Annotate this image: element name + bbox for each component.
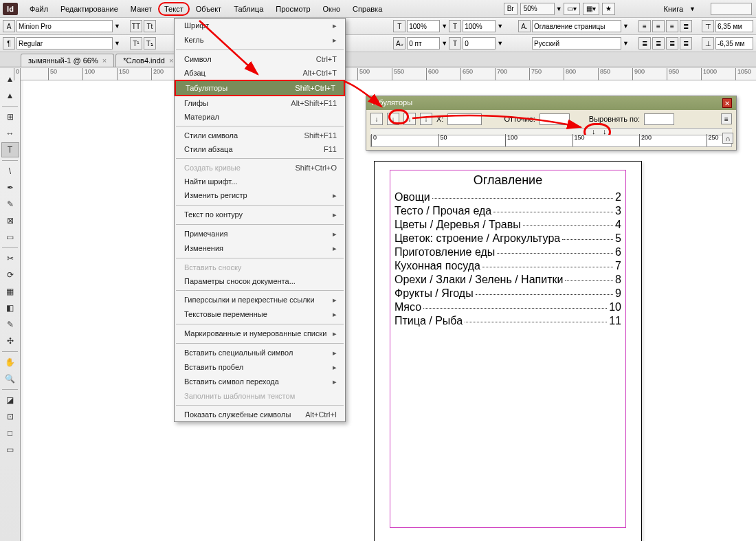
menu-item[interactable]: Вставить специальный символ — [175, 346, 345, 360]
format-container[interactable]: □ — [1, 426, 19, 441]
magnet-icon[interactable]: ∩ — [722, 133, 733, 144]
baseline-field[interactable] — [463, 37, 496, 49]
tabs-ruler[interactable]: ↓ ↓ 050100150200250 ∩ — [370, 128, 732, 147]
menu-текст[interactable]: Текст — [158, 2, 190, 16]
menu-макет[interactable]: Макет — [124, 2, 158, 16]
align-left-icon[interactable]: ≡ — [638, 20, 651, 32]
workspace-switcher[interactable]: Книга — [658, 2, 690, 16]
note-tool[interactable]: ✎ — [1, 317, 19, 332]
zoom-level[interactable]: 50% — [520, 3, 555, 15]
menu-item[interactable]: АбзацAlt+Ctrl+T — [175, 66, 345, 80]
gap-tool[interactable]: ↔ — [1, 126, 19, 141]
menu-item[interactable]: СимволCtrl+T — [175, 52, 345, 66]
menu-item[interactable]: Стили символаShift+F11 — [175, 129, 345, 142]
menu-item[interactable]: Гиперссылки и перекрестные ссылки — [175, 293, 345, 307]
jl-icon[interactable]: ≣ — [638, 37, 651, 49]
lang-field[interactable] — [532, 37, 621, 49]
tt-icon[interactable]: TT — [130, 20, 142, 32]
menu-окно[interactable]: Окно — [317, 2, 347, 16]
leader-field[interactable] — [540, 113, 570, 125]
menu-просмотр[interactable]: Просмотр — [269, 2, 316, 16]
menu-объект[interactable]: Объект — [190, 2, 227, 16]
default-fs[interactable]: ⊡ — [1, 409, 19, 424]
document-tab[interactable]: *Слов4.indd× — [115, 54, 181, 67]
menu-item[interactable]: Текстовые переменные — [175, 307, 345, 322]
pencil-tool[interactable]: ✎ — [1, 197, 19, 212]
scale-h-field[interactable] — [407, 20, 440, 32]
gradient-tool[interactable]: ▦ — [1, 284, 19, 299]
tt2-icon[interactable]: Tt — [144, 20, 156, 32]
tab-left-align-icon[interactable]: ↓ — [370, 113, 383, 125]
menu-редактирование[interactable]: Редактирование — [54, 2, 124, 16]
menu-item[interactable]: Изменения — [175, 241, 345, 256]
font-style-field[interactable] — [16, 37, 113, 49]
menu-item[interactable]: Изменить регистр — [175, 188, 345, 203]
rectangle-tool[interactable]: ▭ — [1, 230, 19, 245]
menu-item[interactable]: Текст по контуру — [175, 208, 345, 222]
bridge-icon[interactable]: Br — [504, 3, 518, 15]
fill-stroke[interactable]: ◪ — [1, 393, 19, 408]
line-tool[interactable]: \ — [1, 164, 19, 179]
tabs-panel[interactable]: Табуляторы ✕ ↓ ↓ ↓ ↓ X: Отточие: Выровня… — [366, 96, 737, 151]
x-field[interactable] — [447, 113, 482, 125]
type-tool[interactable]: T — [1, 142, 19, 157]
page-tool[interactable]: ⊞ — [1, 109, 19, 124]
text-frame[interactable]: Оглавление Овощи2Тесто / Прочая еда3Цвет… — [390, 170, 626, 528]
menu-файл[interactable]: Файл — [23, 2, 54, 16]
justify-icon[interactable]: ≣ — [680, 20, 692, 32]
transform-tool[interactable]: ⟳ — [1, 267, 19, 283]
tabs-panel-title[interactable]: Табуляторы ✕ — [366, 96, 736, 110]
align-right-icon[interactable]: ≡ — [666, 20, 678, 32]
supers-icon[interactable]: T¹ — [130, 37, 142, 49]
menu-item[interactable]: Маркированные и нумерованные списки — [175, 327, 345, 341]
view-mode[interactable]: ▭ — [1, 442, 19, 457]
menu-справка[interactable]: Справка — [346, 2, 388, 16]
scale-v-field[interactable] — [463, 20, 496, 32]
menu-item[interactable]: Параметры сносок документа... — [175, 274, 345, 288]
font-family-field[interactable] — [16, 20, 113, 32]
para-style-field[interactable] — [532, 20, 621, 32]
indent-top-field[interactable] — [715, 20, 753, 32]
kern-field[interactable] — [407, 37, 440, 49]
scissors-tool[interactable]: ✂ — [1, 251, 19, 266]
close-icon[interactable]: × — [102, 56, 107, 65]
search-input[interactable] — [711, 3, 752, 15]
eyedropper[interactable]: ✣ — [1, 333, 19, 349]
close-icon[interactable]: ✕ — [722, 98, 732, 108]
gradient-feather[interactable]: ◧ — [1, 300, 19, 316]
menu-таблица[interactable]: Таблица — [227, 2, 269, 16]
menu-item[interactable]: ГлифыAlt+Shift+F11 — [175, 96, 345, 110]
search-icon[interactable]: ★ — [602, 3, 615, 15]
direct-selection-tool[interactable]: ▲ — [1, 88, 19, 103]
menu-item[interactable]: Кегль — [175, 33, 345, 47]
menu-item[interactable]: ТабуляторыShift+Ctrl+T — [175, 80, 345, 96]
menu-item[interactable]: Примечания — [175, 227, 345, 241]
jc-icon[interactable]: ≣ — [652, 37, 665, 49]
char-format-icon[interactable]: A — [3, 20, 15, 32]
align-center-icon[interactable]: ≡ — [652, 20, 665, 32]
document-tab[interactable]: зымянный-1 @ 66%× — [21, 54, 114, 67]
menu-item[interactable]: Вставить пробел — [175, 360, 345, 375]
align-field[interactable] — [644, 113, 674, 125]
panel-menu-icon[interactable]: ≡ — [721, 113, 732, 124]
menu-item[interactable]: Показать служебные символыAlt+Ctrl+I — [175, 408, 345, 421]
hand-tool[interactable]: ✋ — [1, 355, 19, 370]
screen-mode-icon[interactable]: ▭▾ — [564, 3, 580, 15]
indent-bot-field[interactable] — [715, 37, 753, 49]
arrange-icon[interactable]: ▦▾ — [583, 3, 599, 15]
jr-icon[interactable]: ≣ — [666, 37, 678, 49]
zoom-tool[interactable]: 🔍 — [1, 371, 19, 386]
baseline-icon: T — [449, 37, 461, 49]
menu-item[interactable]: Найти шрифт... — [175, 175, 345, 188]
subs-icon[interactable]: T₁ — [144, 37, 156, 49]
menu-item[interactable]: Материал — [175, 110, 345, 124]
frame-tool[interactable]: ⊠ — [1, 213, 19, 228]
jf-icon[interactable]: ≣ — [680, 37, 692, 49]
para-format-icon[interactable]: ¶ — [3, 37, 15, 49]
menu-item[interactable]: Шрифт — [175, 19, 345, 33]
pen-tool[interactable]: ✒ — [1, 180, 19, 195]
tab-decimal-align-icon[interactable]: ↓ — [420, 113, 432, 125]
menu-item[interactable]: Вставить символ перехода — [175, 375, 345, 389]
close-icon[interactable]: × — [169, 56, 173, 65]
menu-item[interactable]: Стили абзацаF11 — [175, 142, 345, 156]
